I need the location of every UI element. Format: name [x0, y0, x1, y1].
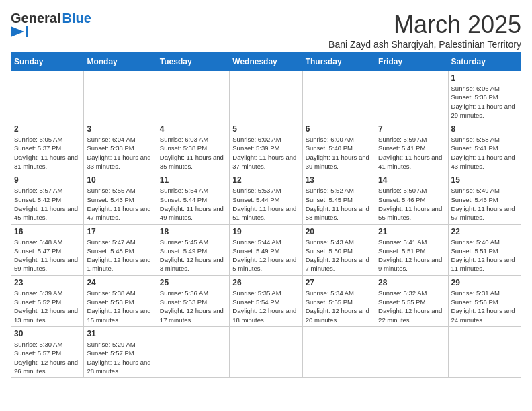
- day-info: Sunrise: 5:47 AMSunset: 5:48 PMDaylight:…: [87, 238, 153, 273]
- day-cell: 7Sunrise: 5:59 AMSunset: 5:41 PMDaylight…: [375, 122, 448, 173]
- day-info: Sunrise: 5:41 AMSunset: 5:51 PMDaylight:…: [378, 238, 445, 273]
- day-cell: 2Sunrise: 6:05 AMSunset: 5:37 PMDaylight…: [11, 122, 84, 173]
- day-number: 24: [87, 278, 153, 287]
- logo-general-text: General: [11, 11, 60, 26]
- day-number: 2: [14, 124, 81, 134]
- day-info: Sunrise: 6:05 AMSunset: 5:37 PMDaylight:…: [14, 135, 81, 171]
- day-number: 10: [87, 175, 153, 185]
- day-cell: [230, 326, 302, 377]
- day-number: 18: [160, 227, 226, 236]
- day-number: 1: [451, 73, 518, 83]
- day-info: Sunrise: 6:04 AMSunset: 5:38 PMDaylight:…: [87, 135, 153, 171]
- day-number: 11: [160, 175, 226, 185]
- calendar-body: 1Sunrise: 6:06 AMSunset: 5:36 PMDaylight…: [11, 71, 521, 378]
- day-cell: 8Sunrise: 5:58 AMSunset: 5:41 PMDaylight…: [448, 122, 521, 173]
- day-cell: [84, 71, 157, 122]
- day-info: Sunrise: 6:03 AMSunset: 5:38 PMDaylight:…: [160, 135, 226, 171]
- day-info: Sunrise: 5:54 AMSunset: 5:44 PMDaylight:…: [160, 186, 226, 222]
- day-cell: 25Sunrise: 5:36 AMSunset: 5:53 PMDayligh…: [157, 275, 229, 326]
- days-header-row: SundayMondayTuesdayWednesdayThursdayFrid…: [11, 53, 521, 71]
- day-cell: [11, 71, 84, 122]
- day-cell: 14Sunrise: 5:50 AMSunset: 5:46 PMDayligh…: [375, 173, 448, 224]
- day-number: 16: [14, 227, 81, 236]
- day-number: 17: [87, 227, 153, 236]
- day-cell: 26Sunrise: 5:35 AMSunset: 5:54 PMDayligh…: [230, 275, 302, 326]
- calendar-header: SundayMondayTuesdayWednesdayThursdayFrid…: [11, 53, 521, 71]
- day-cell: 27Sunrise: 5:34 AMSunset: 5:55 PMDayligh…: [302, 275, 375, 326]
- day-header-tuesday: Tuesday: [157, 53, 229, 71]
- day-number: 6: [306, 124, 372, 134]
- day-header-saturday: Saturday: [448, 53, 521, 71]
- day-info: Sunrise: 5:50 AMSunset: 5:46 PMDaylight:…: [378, 186, 445, 222]
- day-number: 22: [451, 227, 518, 236]
- day-cell: 13Sunrise: 5:52 AMSunset: 5:45 PMDayligh…: [302, 173, 375, 224]
- day-number: 13: [306, 175, 372, 185]
- day-number: 29: [451, 278, 518, 287]
- svg-marker-0: [11, 26, 24, 37]
- day-number: 12: [232, 175, 299, 185]
- day-cell: 28Sunrise: 5:32 AMSunset: 5:55 PMDayligh…: [375, 275, 448, 326]
- day-number: 19: [232, 227, 299, 236]
- week-row-2: 2Sunrise: 6:05 AMSunset: 5:37 PMDaylight…: [11, 122, 521, 173]
- week-row-5: 23Sunrise: 5:39 AMSunset: 5:52 PMDayligh…: [11, 275, 521, 326]
- day-info: Sunrise: 6:00 AMSunset: 5:40 PMDaylight:…: [306, 135, 372, 171]
- day-header-monday: Monday: [84, 53, 157, 71]
- day-info: Sunrise: 5:35 AMSunset: 5:54 PMDaylight:…: [232, 289, 299, 324]
- day-info: Sunrise: 5:58 AMSunset: 5:41 PMDaylight:…: [451, 135, 518, 171]
- day-header-thursday: Thursday: [302, 53, 375, 71]
- day-number: 4: [160, 124, 226, 134]
- day-info: Sunrise: 5:57 AMSunset: 5:42 PMDaylight:…: [14, 186, 81, 222]
- day-cell: 16Sunrise: 5:48 AMSunset: 5:47 PMDayligh…: [11, 224, 84, 275]
- day-cell: 22Sunrise: 5:40 AMSunset: 5:51 PMDayligh…: [448, 224, 521, 275]
- day-info: Sunrise: 5:52 AMSunset: 5:45 PMDaylight:…: [306, 186, 372, 222]
- day-info: Sunrise: 5:39 AMSunset: 5:52 PMDaylight:…: [14, 289, 81, 324]
- day-number: 9: [14, 175, 81, 185]
- day-info: Sunrise: 5:29 AMSunset: 5:57 PMDaylight:…: [87, 340, 153, 375]
- day-number: 31: [87, 329, 153, 338]
- day-number: 20: [306, 227, 372, 236]
- day-cell: 29Sunrise: 5:31 AMSunset: 5:56 PMDayligh…: [448, 275, 521, 326]
- day-cell: 15Sunrise: 5:49 AMSunset: 5:46 PMDayligh…: [448, 173, 521, 224]
- day-header-sunday: Sunday: [11, 53, 84, 71]
- day-header-friday: Friday: [375, 53, 448, 71]
- day-number: 28: [378, 278, 445, 287]
- svg-rect-1: [26, 26, 28, 37]
- day-cell: 18Sunrise: 5:45 AMSunset: 5:49 PMDayligh…: [157, 224, 229, 275]
- day-info: Sunrise: 5:32 AMSunset: 5:55 PMDaylight:…: [378, 289, 445, 324]
- day-number: 8: [451, 124, 518, 134]
- day-number: 5: [232, 124, 299, 134]
- day-info: Sunrise: 5:59 AMSunset: 5:41 PMDaylight:…: [378, 135, 445, 171]
- calendar-table: SundayMondayTuesdayWednesdayThursdayFrid…: [11, 52, 521, 378]
- day-number: 15: [451, 175, 518, 185]
- day-number: 30: [14, 329, 81, 338]
- logo: General Blue: [11, 11, 91, 37]
- day-header-wednesday: Wednesday: [230, 53, 302, 71]
- logo-blue-text: Blue: [62, 11, 91, 26]
- title-area: March 2025 Bani Zayd ash Sharqiyah, Pale…: [328, 11, 521, 50]
- day-info: Sunrise: 5:44 AMSunset: 5:49 PMDaylight:…: [232, 238, 299, 273]
- day-cell: 19Sunrise: 5:44 AMSunset: 5:49 PMDayligh…: [230, 224, 302, 275]
- day-cell: [375, 326, 448, 377]
- day-cell: 10Sunrise: 5:55 AMSunset: 5:43 PMDayligh…: [84, 173, 157, 224]
- day-number: 7: [378, 124, 445, 134]
- day-info: Sunrise: 5:48 AMSunset: 5:47 PMDaylight:…: [14, 238, 81, 273]
- day-cell: [230, 71, 302, 122]
- logo-icon: [11, 26, 44, 37]
- day-cell: 21Sunrise: 5:41 AMSunset: 5:51 PMDayligh…: [375, 224, 448, 275]
- month-title: March 2025: [328, 11, 521, 39]
- day-info: Sunrise: 5:43 AMSunset: 5:50 PMDaylight:…: [306, 238, 372, 273]
- week-row-4: 16Sunrise: 5:48 AMSunset: 5:47 PMDayligh…: [11, 224, 521, 275]
- day-cell: [375, 71, 448, 122]
- day-info: Sunrise: 5:30 AMSunset: 5:57 PMDaylight:…: [14, 340, 81, 375]
- day-cell: 3Sunrise: 6:04 AMSunset: 5:38 PMDaylight…: [84, 122, 157, 173]
- day-number: 3: [87, 124, 153, 134]
- week-row-1: 1Sunrise: 6:06 AMSunset: 5:36 PMDaylight…: [11, 71, 521, 122]
- day-info: Sunrise: 5:49 AMSunset: 5:46 PMDaylight:…: [451, 186, 518, 222]
- day-number: 14: [378, 175, 445, 185]
- day-cell: 6Sunrise: 6:00 AMSunset: 5:40 PMDaylight…: [302, 122, 375, 173]
- day-number: 25: [160, 278, 226, 287]
- day-cell: 4Sunrise: 6:03 AMSunset: 5:38 PMDaylight…: [157, 122, 229, 173]
- day-number: 23: [14, 278, 81, 287]
- day-cell: 1Sunrise: 6:06 AMSunset: 5:36 PMDaylight…: [448, 71, 521, 122]
- day-cell: 17Sunrise: 5:47 AMSunset: 5:48 PMDayligh…: [84, 224, 157, 275]
